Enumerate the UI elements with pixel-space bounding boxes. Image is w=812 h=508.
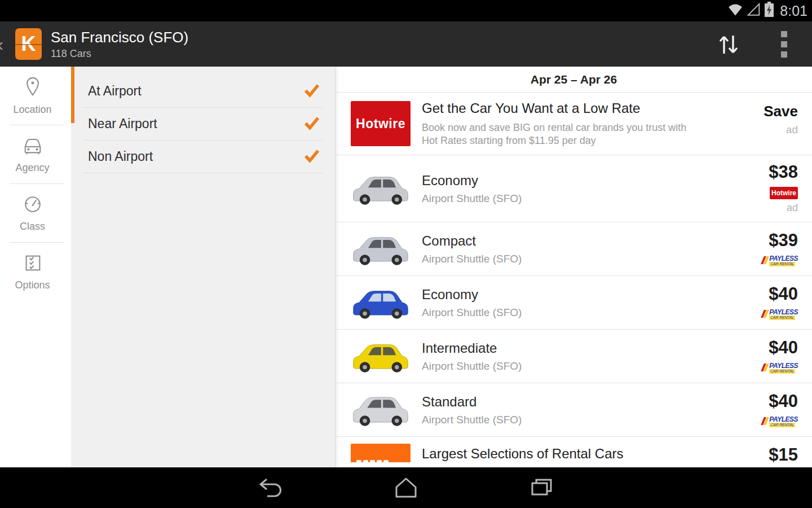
car-front-icon [21,135,44,159]
divider [83,173,323,173]
selected-tab-indicator [71,67,74,123]
check-icon [303,116,320,133]
ad-price: $15 [769,445,798,462]
sidebar-item-label: Agency [15,162,49,174]
car-price: $38 [769,163,798,181]
ad-banner-hotwire[interactable]: Hotwire Get the Car You Want at a Low Ra… [336,93,812,155]
sidebar-item-label: Class [20,221,45,233]
cell-signal-icon [747,2,761,19]
back-icon[interactable] [248,477,293,498]
car-class: Economy [422,287,762,303]
ad-tag: ad [764,124,798,136]
car-price: $40 [769,339,798,356]
hotwire-logo: Hotwire [351,101,411,146]
back-chevron-icon[interactable]: ‹ [0,34,3,54]
car-location: Airport Shuttle (SFO) [422,360,762,373]
filter-sidebar: Location Agency [0,67,71,467]
ad-description-line1: Book now and save BIG on rental car bran… [422,121,764,134]
ad-title: Get the Car You Want at a Low Rate [422,100,764,116]
car-result-row[interactable]: Standard Airport Shuttle (SFO) $40 PAYLE… [336,383,812,437]
ad-banner-partial[interactable]: Largest Selections of Rental Cars $15 [336,437,812,462]
results-list: Apr 25 – Apr 26 Hotwire Get the Car You … [336,67,812,467]
car-result-row[interactable]: Economy Airport Shuttle (SFO) $40 PAYLES… [336,276,812,330]
sidebar-item-label: Location [13,104,51,116]
payless-logo: PAYLESS CAR RENTAL [762,362,798,374]
car-location: Airport Shuttle (SFO) [422,192,769,205]
sidebar-item-location[interactable]: Location [0,67,65,125]
car-photo [350,169,412,208]
recents-icon[interactable] [519,476,564,499]
home-icon[interactable] [383,476,429,499]
car-price: $40 [769,392,798,410]
sidebar-item-label: Options [15,279,50,291]
ad-action-label: Save [764,103,798,120]
ad-description-line2: Hot Rates starting from $11.95 per day [422,134,764,147]
battery-charging-icon [764,2,774,20]
car-location: Airport Shuttle (SFO) [422,253,762,265]
wifi-icon [727,2,743,19]
sidebar-item-options[interactable]: Options [0,243,65,301]
payless-logo: PAYLESS CAR RENTAL [762,416,798,427]
date-range-bar: Apr 25 – Apr 26 [336,67,812,93]
filter-option-at-airport[interactable]: At Airport [71,75,335,107]
filter-label: At Airport [88,84,303,99]
check-icon [303,83,320,100]
app-screen: 8:01 ‹ K San Francisco (SFO) 118 Cars [0,0,812,508]
car-photo [350,229,412,269]
sidebar-item-class[interactable]: Class [0,184,65,242]
kayak-logo: K [15,28,42,60]
filter-option-non-airport[interactable]: Non Airport [71,141,335,173]
car-class: Compact [422,233,762,249]
sort-arrows-icon[interactable] [715,28,742,60]
checklist-icon [22,252,43,276]
check-icon [303,148,320,165]
action-bar: ‹ K San Francisco (SFO) 118 Cars [0,21,812,67]
ad-title: Largest Selections of Rental Cars [422,446,769,462]
content-area: Location Agency [0,67,812,467]
clock: 8:01 [780,3,807,19]
car-location: Airport Shuttle (SFO) [422,414,762,426]
ad-logo-orange [351,444,411,462]
payless-logo: PAYLESS CAR RENTAL [762,309,798,320]
status-bar: 8:01 [0,0,812,21]
hotwire-badge: Hotwire [770,187,798,199]
gauge-icon [22,194,43,217]
sidebar-item-agency[interactable]: Agency [0,125,65,183]
overflow-menu-icon[interactable] [777,31,791,58]
car-class: Economy [422,173,769,189]
filter-label: Non Airport [88,149,303,164]
filter-label: Near Airport [88,116,303,132]
map-pin-icon [23,76,43,100]
page-title: San Francisco (SFO) [51,29,188,46]
result-count: 118 Cars [51,48,188,60]
car-result-row[interactable]: Economy Airport Shuttle (SFO) $38 Hotwir… [336,155,812,222]
car-class: Standard [422,394,762,410]
partial-logo-text [356,460,389,462]
date-range: Apr 25 – Apr 26 [531,73,617,86]
car-photo [350,336,412,376]
car-class: Intermediate [422,340,762,356]
car-photo [350,390,412,430]
android-nav-bar [0,467,812,508]
payless-logo: PAYLESS CAR RENTAL [762,255,798,266]
car-result-row[interactable]: Intermediate Airport Shuttle (SFO) $40 P… [336,330,812,383]
location-filter-panel: At Airport Near Airport Non Airport [71,67,336,467]
car-price: $40 [769,285,798,303]
car-location: Airport Shuttle (SFO) [422,306,762,319]
car-price: $39 [769,231,798,249]
car-photo [350,283,412,322]
ad-tag: ad [787,202,798,214]
filter-option-near-airport[interactable]: Near Airport [71,108,335,140]
car-result-row[interactable]: Compact Airport Shuttle (SFO) $39 PAYLES… [336,222,812,276]
